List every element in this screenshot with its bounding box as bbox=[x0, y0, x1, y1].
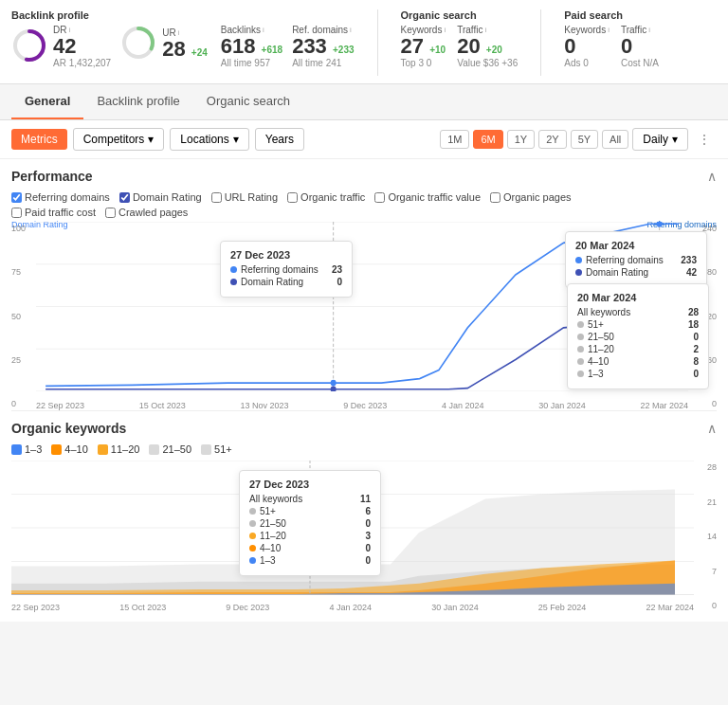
organic-keywords-section: Organic keywords ∧ 1–3 4–10 11–20 21–50 bbox=[11, 421, 717, 612]
chevron-down-icon: ▾ bbox=[672, 133, 678, 146]
tooltip-dot-ref bbox=[230, 266, 237, 273]
years-button[interactable]: Years bbox=[255, 128, 304, 151]
tooltip-mar-2024-main: 20 Mar 2024 Referring domains 233 Domain… bbox=[565, 231, 707, 288]
controls-right: 1M 6M 1Y 2Y 5Y All Daily ▾ ⋮ bbox=[440, 128, 717, 151]
organic-search-title: Organic search bbox=[401, 9, 519, 21]
cb-referring-domains[interactable]: Referring domains bbox=[11, 191, 110, 203]
locations-button[interactable]: Locations ▾ bbox=[170, 128, 248, 151]
performance-checkboxes-row: Referring domains Domain Rating URL Rati… bbox=[11, 191, 717, 203]
kw-cb-1-3[interactable]: 1–3 bbox=[11, 443, 42, 455]
time-1m-button[interactable]: 1M bbox=[440, 130, 469, 149]
ps-keywords-value: 0 bbox=[564, 35, 610, 58]
os-traffic-sub: Value $36 +36 bbox=[457, 58, 518, 68]
time-all-button[interactable]: All bbox=[602, 130, 628, 149]
tab-general[interactable]: General bbox=[11, 84, 83, 119]
performance-chart: Domain Rating Referring domains 100 75 5… bbox=[11, 222, 717, 411]
tooltip-kw-dec-2023: 27 Dec 2023 All keywords 11 51+ 6 21–50 … bbox=[239, 470, 381, 576]
backlinks-value: 618 +618 bbox=[221, 35, 282, 58]
tab-organic-search[interactable]: Organic search bbox=[193, 84, 303, 119]
svg-point-13 bbox=[657, 222, 663, 227]
y-labels-left: 100 75 50 25 0 bbox=[11, 222, 34, 410]
dr-value: 42 bbox=[53, 35, 111, 58]
competitors-button[interactable]: Competitors ▾ bbox=[73, 128, 165, 151]
backlink-profile-panel: Backlink profile DRi 42 AR 1,432,207 bbox=[11, 9, 355, 68]
kw-x-labels: 22 Sep 2023 15 Oct 2023 9 Dec 2023 4 Jan… bbox=[11, 603, 694, 612]
divider-2 bbox=[540, 9, 541, 76]
performance-checkboxes-row-2: Paid traffic cost Crawled pages bbox=[11, 207, 717, 218]
kw-cb-4-10[interactable]: 4–10 bbox=[51, 443, 87, 455]
time-2y-button[interactable]: 2Y bbox=[538, 130, 566, 149]
svg-point-10 bbox=[331, 380, 337, 387]
ref-domains-value: 233 +233 bbox=[292, 35, 354, 58]
kw-cb-51plus[interactable]: 51+ bbox=[201, 443, 232, 455]
cb-organic-pages[interactable]: Organic pages bbox=[490, 191, 572, 203]
chevron-down-icon: ▾ bbox=[233, 133, 239, 146]
cb-domain-rating[interactable]: Domain Rating bbox=[119, 191, 202, 203]
tabs-bar: General Backlink profile Organic search bbox=[0, 84, 728, 120]
dr-circle bbox=[11, 27, 47, 66]
time-1y-button[interactable]: 1Y bbox=[507, 130, 535, 149]
organic-keywords-title: Organic keywords bbox=[11, 421, 126, 436]
cb-paid-traffic-cost[interactable]: Paid traffic cost bbox=[11, 207, 96, 218]
ps-traffic-value: 0 bbox=[621, 35, 659, 58]
metrics-button[interactable]: Metrics bbox=[11, 129, 67, 150]
performance-section-header: Performance ∧ bbox=[11, 169, 717, 184]
controls-left: Metrics Competitors ▾ Locations ▾ Years bbox=[11, 128, 304, 151]
ps-keywords-sub: Ads 0 bbox=[564, 58, 610, 68]
performance-title: Performance bbox=[11, 169, 93, 184]
chevron-down-icon: ▾ bbox=[148, 133, 154, 146]
more-options-button[interactable]: ⋮ bbox=[692, 129, 717, 150]
ar-sub: AR 1,432,207 bbox=[53, 58, 111, 68]
cb-crawled-pages[interactable]: Crawled pages bbox=[105, 207, 188, 218]
x-labels: 22 Sep 2023 15 Oct 2023 13 Nov 2023 9 De… bbox=[36, 401, 688, 410]
period-dropdown[interactable]: Daily ▾ bbox=[632, 128, 688, 151]
organic-keywords-header: Organic keywords ∧ bbox=[11, 421, 717, 436]
tooltip-dec-2023: 27 Dec 2023 Referring domains 23 Domain … bbox=[220, 241, 353, 298]
os-traffic-value: 20 +20 bbox=[457, 35, 518, 58]
organic-search-panel: Organic search Keywordsi 27 +10 Top 3 0 … bbox=[401, 9, 519, 68]
top-metrics-bar: Backlink profile DRi 42 AR 1,432,207 bbox=[0, 0, 728, 84]
ur-circle bbox=[120, 25, 156, 63]
controls-bar: Metrics Competitors ▾ Locations ▾ Years … bbox=[0, 120, 728, 159]
cb-organic-traffic[interactable]: Organic traffic bbox=[287, 191, 365, 203]
time-6m-button[interactable]: 6M bbox=[473, 130, 502, 149]
cb-organic-traffic-value[interactable]: Organic traffic value bbox=[374, 191, 481, 203]
os-keywords-value: 27 +10 bbox=[401, 35, 446, 58]
cb-url-rating[interactable]: URL Rating bbox=[211, 191, 278, 203]
svg-point-11 bbox=[331, 386, 337, 391]
organic-keywords-collapse-button[interactable]: ∧ bbox=[707, 421, 717, 436]
ur-value: 28 +24 bbox=[162, 38, 208, 61]
tab-backlink-profile[interactable]: Backlink profile bbox=[83, 84, 192, 119]
kw-y-labels: 28 21 14 7 0 bbox=[696, 461, 717, 612]
time-5y-button[interactable]: 5Y bbox=[571, 130, 598, 149]
kw-cb-11-20[interactable]: 11–20 bbox=[98, 443, 140, 455]
os-keywords-sub: Top 3 0 bbox=[401, 58, 446, 68]
main-content: Performance ∧ Referring domains Domain R… bbox=[0, 159, 728, 622]
organic-keywords-chart: 28 21 14 7 0 bbox=[11, 461, 717, 612]
kw-checkboxes: 1–3 4–10 11–20 21–50 51+ bbox=[11, 443, 717, 455]
ps-traffic-sub: Cost N/A bbox=[621, 58, 659, 68]
tooltip-dot-dr bbox=[230, 279, 237, 285]
tooltip-mar-2024-kw: 20 Mar 2024 All keywords 28 51+ 18 21–50… bbox=[567, 283, 709, 389]
backlink-profile-title: Backlink profile bbox=[11, 9, 355, 21]
backlinks-sub: All time 957 bbox=[221, 58, 282, 68]
ref-domains-sub: All time 241 bbox=[292, 58, 354, 68]
divider-1 bbox=[377, 9, 378, 76]
performance-collapse-button[interactable]: ∧ bbox=[707, 169, 717, 184]
paid-search-panel: Paid search Keywordsi 0 Ads 0 Traffici 0… bbox=[564, 9, 659, 68]
kw-cb-21-50[interactable]: 21–50 bbox=[149, 443, 191, 455]
paid-search-title: Paid search bbox=[564, 9, 659, 21]
